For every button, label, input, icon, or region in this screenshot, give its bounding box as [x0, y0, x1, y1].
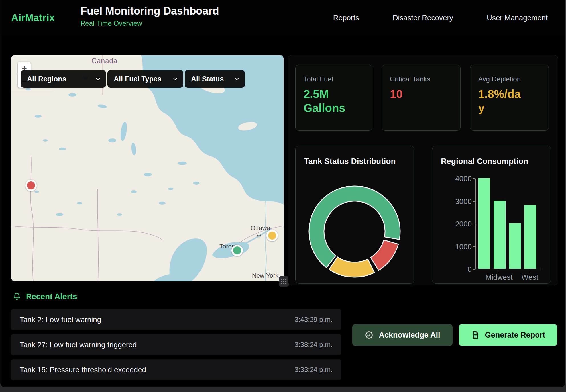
check-circle-icon	[365, 330, 374, 340]
alert-timestamp: 3:38:24 p.m.	[295, 341, 333, 349]
y-tick-mark	[473, 269, 475, 270]
map-canvas	[11, 55, 284, 281]
chart-title: Tank Status Distribution	[304, 157, 396, 166]
chevron-down-icon	[172, 76, 178, 82]
alert-text: Tank 27: Low fuel warning triggered	[20, 340, 137, 349]
filter-fuel-types-value: All Fuel Types	[114, 75, 162, 83]
page-title-block: Fuel Monitoring Dashboard Real-Time Over…	[80, 5, 219, 27]
chart-title: Regional Consumption	[441, 157, 528, 166]
alert-text: Tank 15: Pressure threshold exceeded	[20, 366, 146, 374]
stat-card-avg-depletion: Avg Depletion 1.8%/day	[470, 65, 549, 131]
nav-item-reports[interactable]: Reports	[333, 13, 359, 22]
bar-chart-plot-area	[475, 179, 541, 269]
stat-value: 10	[390, 87, 452, 101]
y-tick-mark	[473, 201, 475, 202]
stat-label: Total Fuel	[304, 75, 364, 83]
alert-row[interactable]: Tank 27: Low fuel warning triggered 3:38…	[11, 334, 341, 355]
map-marker-warning[interactable]	[266, 230, 278, 241]
stat-label: Critical Tanks	[390, 75, 452, 83]
bar	[509, 223, 521, 269]
alert-timestamp: 3:43:29 p.m.	[295, 316, 333, 324]
bar	[478, 178, 490, 269]
y-tick-label: 3000	[432, 197, 472, 206]
alert-row[interactable]: Tank 2: Low fuel warning 3:43:29 p.m.	[11, 309, 341, 330]
stat-card-total-fuel: Total Fuel 2.5M Gallons	[295, 65, 372, 131]
stat-value: 1.8%/day	[478, 87, 521, 115]
alerts-heading: Recent Alerts	[12, 292, 77, 301]
generate-report-button[interactable]: Generate Report	[459, 324, 557, 346]
filter-regions-select[interactable]: All Regions	[21, 70, 106, 88]
nav-item-disaster-recovery[interactable]: Disaster Recovery	[393, 13, 453, 22]
alert-timestamp: 3:33:24 p.m.	[295, 366, 333, 374]
acknowledge-all-label: Acknowledge All	[379, 331, 440, 340]
filter-status-value: All Status	[191, 75, 224, 83]
grip-dots-icon	[280, 277, 288, 286]
chevron-down-icon	[95, 76, 101, 82]
map-label-ottawa: Ottawa	[251, 224, 270, 232]
stat-label: Avg Depletion	[478, 75, 541, 83]
y-tick-label: 2000	[432, 220, 472, 228]
y-tick-label: 4000	[432, 174, 472, 183]
map-panel[interactable]: Canada Ottawa Toronto New York + − All R…	[11, 55, 284, 281]
app-window: AirMatrix Fuel Monitoring Dashboard Real…	[0, 0, 566, 387]
page-subtitle: Real-Time Overview	[80, 19, 219, 27]
generate-report-label: Generate Report	[485, 331, 545, 340]
filter-regions-value: All Regions	[27, 75, 66, 83]
map-filters: All Regions All Fuel Types All Status	[21, 70, 245, 88]
map-marker-normal[interactable]	[231, 245, 243, 256]
stats-panel: Total Fuel 2.5M Gallons Critical Tanks 1…	[288, 55, 558, 285]
acknowledge-all-button[interactable]: Acknowledge All	[352, 324, 453, 346]
new-york-dot	[267, 271, 269, 273]
bar	[494, 201, 506, 269]
main-nav: Reports Disaster Recovery User Managemen…	[333, 0, 548, 35]
bar	[524, 205, 536, 269]
map-label-canada: Canada	[91, 57, 117, 65]
stat-value: 2.5M Gallons	[304, 87, 364, 115]
map-label-new-york: New York	[252, 272, 278, 279]
tank-status-donut-chart	[306, 183, 403, 280]
donut-chart-card: Tank Status Distribution	[295, 146, 414, 284]
chevron-down-icon	[234, 76, 240, 82]
x-tick-mark	[499, 270, 499, 272]
bell-icon	[12, 292, 21, 301]
map-marker-critical[interactable]	[25, 180, 37, 191]
x-tick-label: West	[507, 273, 553, 282]
filter-fuel-types-select[interactable]: All Fuel Types	[107, 70, 183, 88]
alerts-heading-label: Recent Alerts	[26, 292, 77, 301]
x-tick-mark	[530, 270, 530, 272]
donut-segment-warning	[329, 257, 375, 277]
bar-chart-card: Regional Consumption 01000200030004000Mi…	[432, 146, 551, 284]
y-tick-label: 1000	[432, 242, 472, 251]
alert-text: Tank 2: Low fuel warning	[20, 315, 101, 324]
page-title: Fuel Monitoring Dashboard	[80, 5, 219, 17]
y-tick-mark	[473, 178, 475, 179]
ottawa-town-icon	[257, 233, 261, 238]
header: AirMatrix Fuel Monitoring Dashboard Real…	[0, 0, 565, 35]
y-tick-label: 0	[432, 265, 472, 274]
stat-card-critical-tanks: Critical Tanks 10	[382, 65, 461, 131]
y-tick-mark	[473, 246, 475, 247]
document-icon	[471, 330, 480, 340]
donut-segment-critical	[371, 240, 398, 270]
y-tick-mark	[473, 224, 475, 224]
nav-item-user-management[interactable]: User Management	[487, 13, 548, 22]
filter-status-select[interactable]: All Status	[185, 70, 245, 88]
brand-logo: AirMatrix	[11, 0, 55, 35]
alert-row[interactable]: Tank 15: Pressure threshold exceeded 3:3…	[11, 359, 341, 380]
